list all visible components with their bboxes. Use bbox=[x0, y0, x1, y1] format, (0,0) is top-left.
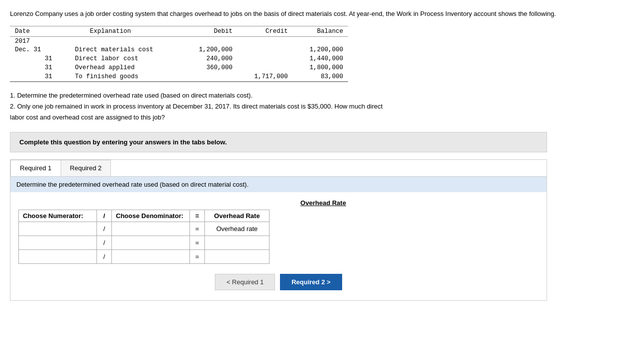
slash-1: / bbox=[97, 222, 112, 235]
credit-cell: 1,717,000 bbox=[238, 72, 293, 82]
overhead-rate-title: Overhead Rate bbox=[18, 199, 539, 207]
instruction-text: Complete this question by entering your … bbox=[19, 138, 227, 146]
credit-cell bbox=[238, 45, 293, 54]
denominator-dropdown-1[interactable] bbox=[112, 222, 190, 235]
table-row: 31 Direct labor cost 240,000 1,440,000 bbox=[10, 54, 348, 63]
overhead-row-2: / = bbox=[19, 235, 270, 249]
numerator-input-1[interactable] bbox=[23, 224, 92, 234]
next-button[interactable]: Required 2 > bbox=[280, 274, 342, 290]
tab-required-2-label: Required 2 bbox=[70, 164, 102, 172]
date-cell: 31 bbox=[10, 72, 70, 82]
balance-cell: 1,200,000 bbox=[293, 45, 348, 54]
tab-instruction: Determine the predetermined overhead rat… bbox=[10, 177, 547, 192]
debit-cell: 240,000 bbox=[182, 54, 237, 63]
numerator-input-2-cell[interactable] bbox=[19, 235, 97, 249]
balance-cell: 1,800,000 bbox=[293, 63, 348, 72]
intro-text: Lorenzo Company uses a job order costing… bbox=[10, 9, 607, 19]
numerator-dropdown-1[interactable] bbox=[19, 222, 97, 235]
overhead-table-wrapper: Overhead Rate Choose Numerator: / Choose… bbox=[18, 199, 539, 264]
debit-cell: 1,200,000 bbox=[182, 45, 237, 54]
numerator-input-3-cell[interactable] bbox=[19, 249, 97, 263]
table-row: Dec. 31 Direct materials cost 1,200,000 … bbox=[10, 45, 348, 54]
col-credit: Credit bbox=[238, 26, 293, 36]
tab-required-1[interactable]: Required 1 bbox=[10, 160, 61, 176]
header-denominator: Choose Denominator: bbox=[112, 210, 190, 222]
slash-3: / bbox=[97, 249, 112, 263]
table-row: 31 To finished goods 1,717,000 83,000 bbox=[10, 72, 348, 82]
date-cell: 31 bbox=[10, 63, 70, 72]
question-1: 1. Determine the predetermined overhead … bbox=[10, 90, 607, 101]
overhead-row-result: / = Overhead rate bbox=[19, 222, 270, 235]
slash-2: / bbox=[97, 235, 112, 249]
equals-3: = bbox=[190, 249, 205, 263]
debit-cell bbox=[182, 72, 237, 82]
tab-required-1-label: Required 1 bbox=[20, 164, 52, 172]
result-2 bbox=[205, 235, 270, 249]
ledger-table: Date Explanation Debit Credit Balance 20… bbox=[10, 26, 348, 82]
date-cell: 31 bbox=[10, 54, 70, 63]
prev-button-label: < Required 1 bbox=[226, 278, 264, 286]
overhead-grid: Choose Numerator: / Choose Denominator: … bbox=[18, 210, 270, 264]
denominator-input-3[interactable] bbox=[116, 252, 185, 261]
explanation-cell: Overhead applied bbox=[70, 63, 183, 72]
nav-buttons: < Required 1 Required 2 > bbox=[18, 274, 539, 290]
credit-cell bbox=[238, 63, 293, 72]
numerator-input-2[interactable] bbox=[23, 238, 92, 247]
col-explanation: Explanation bbox=[70, 26, 183, 36]
instruction-box: Complete this question by entering your … bbox=[10, 132, 547, 152]
header-result: Overhead Rate bbox=[205, 210, 270, 222]
overhead-row-3: / = bbox=[19, 249, 270, 263]
explanation-cell: Direct labor cost bbox=[70, 54, 183, 63]
explanation-cell: To finished goods bbox=[70, 72, 183, 82]
header-numerator: Choose Numerator: bbox=[19, 210, 97, 222]
denominator-input-1[interactable] bbox=[116, 224, 185, 234]
col-date: Date bbox=[10, 26, 70, 36]
prev-button[interactable]: < Required 1 bbox=[215, 274, 275, 290]
numerator-input-3[interactable] bbox=[23, 252, 92, 261]
header-equals: = bbox=[190, 210, 205, 222]
date-cell: Dec. 31 bbox=[10, 45, 70, 54]
balance-cell: 83,000 bbox=[293, 72, 348, 82]
overhead-header-row: Choose Numerator: / Choose Denominator: … bbox=[19, 210, 270, 222]
year-cell: 2017 bbox=[10, 36, 348, 45]
overhead-rate-label: Overhead rate bbox=[216, 225, 258, 233]
result-3 bbox=[205, 249, 270, 263]
tabs-container: Required 1 Required 2 Determine the pred… bbox=[10, 159, 547, 301]
question-2: 2. Only one job remained in work in proc… bbox=[10, 101, 607, 123]
tab-content: Determine the predetermined overhead rat… bbox=[10, 177, 547, 300]
year-row: 2017 bbox=[10, 36, 348, 45]
tab-required-2[interactable]: Required 2 bbox=[61, 160, 111, 176]
col-debit: Debit bbox=[182, 26, 237, 36]
equals-1: = bbox=[190, 222, 205, 235]
next-button-label: Required 2 > bbox=[291, 278, 330, 286]
debit-cell: 360,000 bbox=[182, 63, 237, 72]
header-slash: / bbox=[97, 210, 112, 222]
table-row: 31 Overhead applied 360,000 1,800,000 bbox=[10, 63, 348, 72]
col-balance: Balance bbox=[293, 26, 348, 36]
tabs-row: Required 1 Required 2 bbox=[10, 160, 547, 177]
credit-cell bbox=[238, 54, 293, 63]
denominator-input-2[interactable] bbox=[116, 238, 185, 247]
questions-section: 1. Determine the predetermined overhead … bbox=[10, 90, 607, 123]
result-label-1: Overhead rate bbox=[205, 222, 270, 235]
equals-2: = bbox=[190, 235, 205, 249]
explanation-cell: Direct materials cost bbox=[70, 45, 183, 54]
denominator-input-2-cell[interactable] bbox=[112, 235, 190, 249]
balance-cell: 1,440,000 bbox=[293, 54, 348, 63]
denominator-input-3-cell[interactable] bbox=[112, 249, 190, 263]
